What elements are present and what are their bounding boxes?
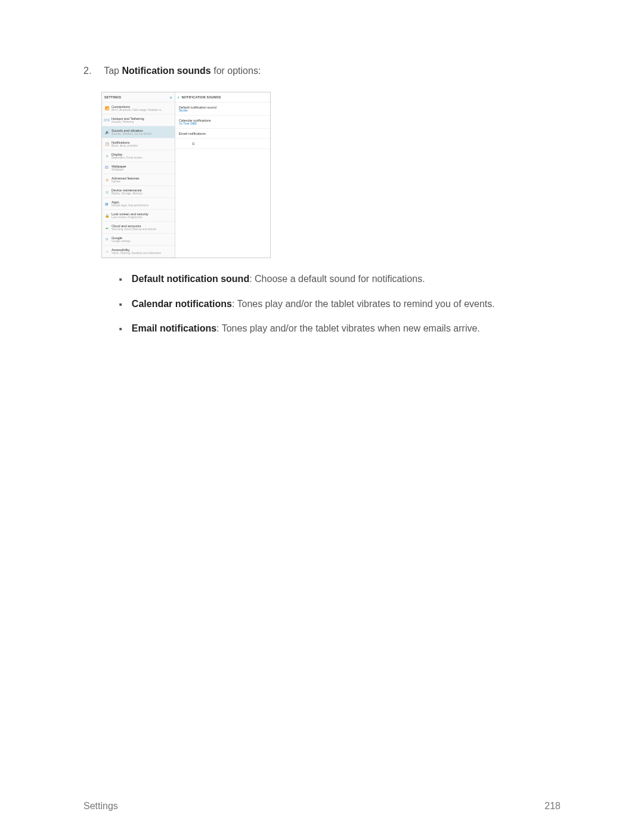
settings-item-text: Hotspot and TetheringHotspot, Tethering bbox=[112, 117, 144, 123]
settings-item-subtitle: Samsung Cloud, Backup and restore bbox=[112, 228, 156, 231]
settings-item-subtitle: Default apps, App permissions bbox=[112, 204, 148, 207]
settings-item-icon: 🔊 bbox=[104, 129, 109, 134]
bullet-marker-icon: ■ bbox=[119, 301, 122, 312]
bullet-item: ■Calendar notifications: Tones play and/… bbox=[119, 296, 561, 312]
settings-item-icon: 📶 bbox=[104, 106, 109, 110]
detail-item-title: Email notifications bbox=[179, 132, 267, 135]
footer: Settings 218 bbox=[83, 801, 561, 812]
settings-item-subtitle: Games bbox=[112, 180, 140, 183]
settings-item-subtitle: Google settings bbox=[112, 240, 131, 243]
detail-item-subtitle: Skyline bbox=[179, 109, 267, 112]
step-prefix: Tap bbox=[104, 66, 122, 76]
settings-item[interactable]: ☆AccessibilityVision, Hearing, Dexterity… bbox=[102, 246, 175, 258]
detail-item[interactable]: G bbox=[175, 139, 270, 149]
settings-item-subtitle: Lock screen, Fingerprints bbox=[112, 216, 148, 219]
settings-header: SETTINGS ⌕ bbox=[102, 92, 175, 103]
settings-item-icon: G bbox=[104, 237, 109, 241]
settings-item-icon: ▦ bbox=[104, 201, 109, 206]
detail-item[interactable]: Calendar notificationsOn Time 19BD bbox=[175, 116, 270, 129]
bullet-marker-icon: ■ bbox=[119, 326, 122, 336]
settings-item-text: Advanced featuresGames bbox=[112, 176, 140, 183]
footer-section: Settings bbox=[83, 801, 118, 812]
settings-item[interactable]: 📋NotificationsBlock, allow, prioritize bbox=[102, 138, 175, 150]
detail-item[interactable]: Email notifications bbox=[175, 129, 270, 139]
detail-list: Default notification soundSkylineCalenda… bbox=[175, 103, 270, 149]
detail-item-subtitle: On Time 19BD bbox=[179, 122, 267, 125]
settings-pane: SETTINGS ⌕ 📶ConnectionsWi-Fi, Bluetooth,… bbox=[102, 92, 175, 258]
bullet-text: Default notification sound: Choose a def… bbox=[132, 271, 425, 287]
settings-item-subtitle: Block, allow, prioritize bbox=[112, 144, 138, 147]
settings-item[interactable]: 🖼WallpaperWallpaper bbox=[102, 162, 175, 174]
settings-item-text: AppsDefault apps, App permissions bbox=[112, 200, 148, 207]
settings-item[interactable]: ⚙Advanced featuresGames bbox=[102, 174, 175, 186]
settings-item-text: DisplayBrightness, Home screen bbox=[112, 153, 143, 159]
settings-item-text: Sounds and vibrationSounds, Vibration, D… bbox=[112, 129, 151, 135]
settings-item-subtitle: Wallpaper bbox=[112, 168, 126, 171]
detail-header: ‹ NOTIFICATION SOUNDS bbox=[175, 92, 270, 103]
settings-item-text: WallpaperWallpaper bbox=[112, 165, 126, 171]
settings-item[interactable]: 🔒Lock screen and securityLock screen, Fi… bbox=[102, 210, 175, 222]
bullet-item: ■Email notifications: Tones play and/or … bbox=[119, 321, 561, 336]
footer-page-number: 218 bbox=[544, 801, 561, 812]
back-icon[interactable]: ‹ bbox=[178, 95, 179, 100]
settings-item-icon: 📋 bbox=[104, 141, 109, 146]
settings-item-text: GoogleGoogle settings bbox=[112, 236, 131, 243]
bullet-rest: : Tones play and/or the tablet vibrates … bbox=[232, 299, 495, 309]
settings-list: 📶ConnectionsWi-Fi, Bluetooth, Data usage… bbox=[102, 103, 175, 258]
detail-header-label: NOTIFICATION SOUNDS bbox=[182, 95, 221, 99]
settings-item[interactable]: ☁Cloud and accountsSamsung Cloud, Backup… bbox=[102, 222, 175, 234]
bullet-item: ■Default notification sound: Choose a de… bbox=[119, 271, 561, 287]
settings-item-text: Cloud and accountsSamsung Cloud, Backup … bbox=[112, 224, 156, 231]
settings-item[interactable]: ▦AppsDefault apps, App permissions bbox=[102, 198, 175, 210]
search-icon[interactable]: ⌕ bbox=[170, 95, 172, 99]
page: 2. Tap Notification sounds for options: … bbox=[0, 0, 644, 833]
step-line: 2. Tap Notification sounds for options: bbox=[83, 66, 561, 76]
settings-item-subtitle: Sounds, Vibration, Do not disturb bbox=[112, 132, 151, 135]
settings-item-icon: ☀ bbox=[104, 153, 109, 158]
settings-item-icon: ◎ bbox=[104, 189, 109, 194]
bullet-rest: : Choose a default sound for notificatio… bbox=[249, 274, 425, 284]
bullet-bold: Calendar notifications bbox=[132, 299, 232, 309]
detail-item-title: G bbox=[192, 142, 267, 145]
settings-item-subtitle: Hotspot, Tethering bbox=[112, 120, 144, 123]
bullet-marker-icon: ■ bbox=[119, 276, 122, 287]
settings-item-text: ConnectionsWi-Fi, Bluetooth, Data usage,… bbox=[112, 105, 163, 112]
step-bold2: sounds bbox=[177, 66, 211, 76]
settings-item[interactable]: 📶ConnectionsWi-Fi, Bluetooth, Data usage… bbox=[102, 103, 175, 114]
settings-item-text: NotificationsBlock, allow, prioritize bbox=[112, 141, 138, 147]
bullet-rest: : Tones play and/or the tablet vibrates … bbox=[216, 323, 480, 333]
settings-item-icon: ⚙ bbox=[104, 177, 109, 182]
settings-item-subtitle: Battery, Storage, Memory bbox=[112, 192, 143, 195]
settings-item[interactable]: 🔊Sounds and vibrationSounds, Vibration, … bbox=[102, 126, 175, 138]
settings-header-label: SETTINGS bbox=[104, 95, 121, 99]
bullets: ■Default notification sound: Choose a de… bbox=[119, 271, 561, 336]
bullet-text: Calendar notifications: Tones play and/o… bbox=[132, 296, 495, 312]
settings-item-icon: ☆ bbox=[104, 249, 109, 253]
settings-item[interactable]: ((•))Hotspot and TetheringHotspot, Tethe… bbox=[102, 114, 175, 126]
step-suffix: for options: bbox=[211, 66, 261, 76]
settings-item-text: Lock screen and securityLock screen, Fin… bbox=[112, 212, 148, 219]
settings-item-text: AccessibilityVision, Hearing, Dexterity … bbox=[112, 248, 161, 255]
step-number: 2. bbox=[83, 66, 101, 76]
step-bold1: Notification bbox=[122, 66, 177, 76]
screenshot: SETTINGS ⌕ 📶ConnectionsWi-Fi, Bluetooth,… bbox=[101, 92, 271, 258]
settings-item-text: Device maintenanceBattery, Storage, Memo… bbox=[112, 188, 143, 195]
bullet-bold: Default notification sound bbox=[132, 274, 249, 284]
settings-item[interactable]: GGoogleGoogle settings bbox=[102, 234, 175, 246]
settings-item-icon: ((•)) bbox=[104, 117, 109, 122]
settings-item[interactable]: ◎Device maintenanceBattery, Storage, Mem… bbox=[102, 186, 175, 198]
settings-item-subtitle: Vision, Hearing, Dexterity and interacti… bbox=[112, 252, 161, 255]
detail-pane: ‹ NOTIFICATION SOUNDS Default notificati… bbox=[175, 92, 270, 258]
bullet-text: Email notifications: Tones play and/or t… bbox=[132, 321, 480, 336]
settings-item-icon: ☁ bbox=[104, 225, 109, 230]
settings-item-subtitle: Wi-Fi, Bluetooth, Data usage, Airplane m… bbox=[112, 109, 163, 112]
settings-item-subtitle: Brightness, Home screen bbox=[112, 156, 143, 159]
settings-item[interactable]: ☀DisplayBrightness, Home screen bbox=[102, 150, 175, 162]
detail-item[interactable]: Default notification soundSkyline bbox=[175, 103, 270, 116]
settings-item-icon: 🔒 bbox=[104, 213, 109, 218]
bullet-bold: Email notifications bbox=[132, 323, 216, 333]
settings-item-icon: 🖼 bbox=[104, 165, 109, 170]
